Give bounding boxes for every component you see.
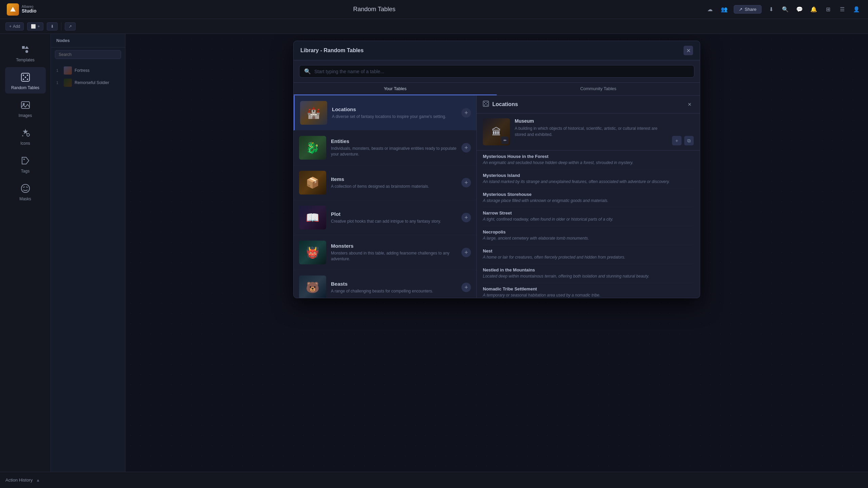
node-thumb	[64, 79, 72, 87]
menu-icon[interactable]: ☰	[837, 5, 847, 14]
sidebar-item-icons[interactable]: Icons	[5, 123, 46, 149]
table-add-button[interactable]: +	[461, 283, 471, 292]
share-label: Share	[745, 7, 756, 12]
detail-header: Locations ✕	[477, 96, 700, 114]
node-num: 1	[56, 68, 61, 73]
add-image-button[interactable]: ⬜ +	[27, 22, 43, 30]
svg-marker-0	[10, 7, 16, 12]
detail-list: Mysterious House in the Forest An enigma…	[477, 150, 700, 298]
modal-body: Locations A diverse set of fantasy locat…	[294, 96, 700, 298]
bell-icon[interactable]: 🔔	[809, 5, 818, 14]
sidebar-item-masks[interactable]: Masks	[5, 178, 46, 205]
add-label: Add	[13, 24, 20, 29]
list-item: Nest A home or lair for creatures, often…	[483, 245, 694, 264]
export-button[interactable]: ⬇	[47, 22, 58, 30]
svg-point-18	[484, 104, 485, 105]
svg-point-17	[486, 103, 487, 104]
table-info: Locations A diverse set of fantasy locat…	[332, 106, 457, 120]
node-name: Remorseful Soldier	[75, 80, 109, 85]
tab-community-tables[interactable]: Community Tables	[497, 83, 700, 95]
entry-name: Mysterious House in the Forest	[483, 154, 694, 159]
left-panel: Nodes 1 Fortress 1 Remorseful Soldier	[51, 34, 125, 472]
toolbar-separator	[61, 22, 61, 30]
featured-edit-icon[interactable]: ✏	[501, 137, 509, 144]
list-item[interactable]: Entities Individuals, monsters, beasts o…	[294, 130, 476, 165]
featured-name: Museum	[515, 118, 667, 124]
svg-point-16	[487, 102, 488, 103]
detail-close-button[interactable]: ✕	[686, 100, 694, 108]
images-icon	[19, 98, 32, 112]
entry-desc: A large, ancient cemetery with elaborate…	[483, 236, 694, 241]
grid-icon[interactable]: ⊞	[823, 5, 833, 14]
node-search-input[interactable]	[55, 50, 121, 59]
list-item[interactable]: Plot Creative plot hooks that can add in…	[294, 200, 476, 235]
featured-thumbnail: ✏	[483, 118, 510, 145]
share-button[interactable]: ↗ Share	[734, 5, 762, 14]
bottombar: Action History ▲	[0, 472, 868, 488]
table-add-button[interactable]: +	[461, 248, 471, 257]
table-desc: Creative plot hooks that can add intrigu…	[331, 219, 457, 224]
modal-overlay: Library - Random Tables ✕ 🔍 Your Tables	[125, 34, 868, 472]
list-item[interactable]: 1 Fortress	[51, 64, 125, 77]
users-icon[interactable]: 👥	[719, 5, 729, 14]
masks-label: Masks	[19, 197, 31, 201]
table-name: Plot	[331, 211, 457, 217]
library-modal: Library - Random Tables ✕ 🔍 Your Tables	[293, 41, 700, 298]
tags-label: Tags	[21, 169, 29, 174]
add-scene-button[interactable]: + Add	[5, 22, 24, 30]
topbar: Albareo Studio Random Tables ☁ 👥 ↗ Share…	[0, 0, 868, 19]
search-input[interactable]	[314, 69, 689, 74]
entry-name: Mysterious Island	[483, 173, 694, 178]
search-icon[interactable]: 🔍	[781, 5, 790, 14]
table-name: Monsters	[331, 243, 457, 249]
list-item[interactable]: Monsters Monsters abound in this table, …	[294, 235, 476, 270]
share-toolbar-button[interactable]: ↗	[65, 22, 76, 30]
node-search	[55, 50, 121, 59]
user-icon[interactable]: 👤	[852, 5, 861, 14]
search-bar: 🔍	[294, 60, 700, 83]
list-item: Mysterious Storehouse A storage place fi…	[483, 188, 694, 207]
sidebar-item-random-tables[interactable]: Random Tables	[5, 67, 46, 94]
svg-point-7	[25, 77, 26, 78]
table-info: Plot Creative plot hooks that can add in…	[331, 211, 457, 224]
node-list: 1 Fortress 1 Remorseful Soldier	[51, 62, 125, 92]
table-add-button[interactable]: +	[461, 108, 471, 118]
list-item: Narrow Street A tight, confined roadway,…	[483, 207, 694, 226]
expand-button[interactable]: ▲	[36, 478, 40, 483]
tags-icon	[19, 154, 32, 167]
list-item[interactable]: Items A collection of items designed as …	[294, 165, 476, 200]
entry-desc: An enigmatic and secluded house hidden d…	[483, 160, 694, 166]
table-desc: A range of challenging beasts for compel…	[331, 288, 457, 294]
entry-desc: A storage place filled with unknown or e…	[483, 198, 694, 204]
sidebar-item-tags[interactable]: Tags	[5, 150, 46, 177]
table-add-button[interactable]: +	[461, 143, 471, 152]
list-item[interactable]: Locations A diverse set of fantasy locat…	[294, 96, 476, 130]
modal-close-button[interactable]: ✕	[684, 46, 693, 55]
download-icon[interactable]: ⬇	[766, 5, 776, 14]
svg-rect-1	[22, 46, 25, 49]
svg-point-6	[27, 75, 28, 76]
content-area: Library - Random Tables ✕ 🔍 Your Tables	[125, 34, 868, 472]
list-item[interactable]: Beasts A range of challenging beasts for…	[294, 270, 476, 298]
table-add-button[interactable]: +	[461, 213, 471, 222]
share-icon: ↗	[739, 7, 743, 12]
list-item: Nomadic Tribe Settlement A temporary or …	[483, 283, 694, 298]
sidebar-item-templates[interactable]: Templates	[5, 39, 46, 66]
entry-name: Narrow Street	[483, 210, 694, 216]
sidebar-item-images[interactable]: Images	[5, 95, 46, 121]
chat-icon[interactable]: 💬	[795, 5, 804, 14]
icons-label: Icons	[20, 141, 30, 146]
svg-point-8	[23, 79, 24, 80]
featured-item: ✏ Museum A building in which objects of …	[477, 114, 700, 150]
table-add-button[interactable]: +	[461, 178, 471, 187]
featured-add-button[interactable]: +	[672, 136, 682, 145]
node-name: Fortress	[75, 68, 90, 73]
cloud-icon[interactable]: ☁	[705, 5, 715, 14]
masks-icon	[19, 182, 32, 195]
svg-point-9	[27, 79, 28, 80]
node-num: 1	[56, 81, 61, 85]
app-logo: Albareo Studio	[7, 3, 37, 16]
tab-your-tables[interactable]: Your Tables	[294, 83, 497, 95]
featured-copy-button[interactable]: ⧉	[684, 136, 694, 145]
list-item[interactable]: 1 Remorseful Soldier	[51, 77, 125, 89]
